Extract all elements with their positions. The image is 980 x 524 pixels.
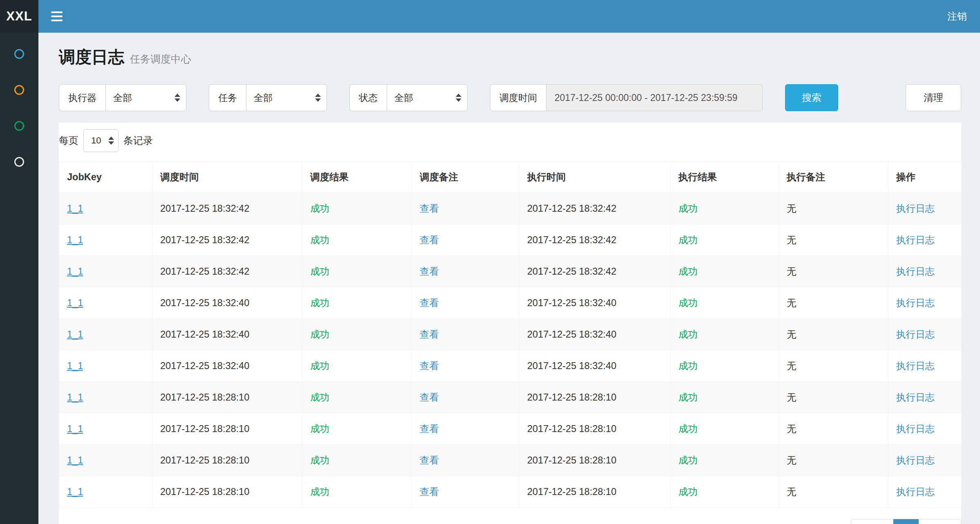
- col-header-jobkey[interactable]: JobKey: [59, 161, 152, 193]
- exec-log-link[interactable]: 执行日志: [896, 392, 935, 403]
- trigger-result-text: 成功: [310, 203, 329, 214]
- jobkey-link[interactable]: 1_1: [67, 266, 83, 277]
- trigger-msg-link[interactable]: 查看: [420, 203, 439, 214]
- trigger-result-text: 成功: [310, 486, 329, 497]
- current-page-button[interactable]: 1: [893, 519, 919, 524]
- exec-log-link[interactable]: 执行日志: [896, 423, 935, 434]
- trigger-msg-link[interactable]: 查看: [420, 298, 439, 308]
- log-table-head: JobKey 调度时间 调度结果 调度备注 执行时间 执行结果 执行备注 操作: [59, 161, 962, 193]
- trigger-msg-link[interactable]: 查看: [420, 361, 439, 371]
- handle-result-text: 成功: [678, 455, 698, 466]
- sidebar-toggle-button[interactable]: [38, 0, 75, 33]
- col-header-trigger-msg[interactable]: 调度备注: [412, 161, 519, 193]
- col-header-action[interactable]: 操作: [888, 161, 962, 193]
- handle-msg-cell: 无: [779, 224, 888, 256]
- exec-log-link[interactable]: 执行日志: [896, 329, 935, 340]
- exec-log-link[interactable]: 执行日志: [896, 486, 935, 497]
- handle-time-cell: 2017-12-25 18:28:10: [519, 382, 671, 413]
- handle-msg-cell: 无: [779, 350, 888, 382]
- select-arrows-icon: [456, 94, 461, 102]
- trigger-msg-link[interactable]: 查看: [420, 486, 439, 497]
- col-header-trigger-time[interactable]: 调度时间: [152, 161, 302, 193]
- handle-msg-cell: 无: [779, 256, 888, 287]
- exec-log-link[interactable]: 执行日志: [896, 266, 935, 277]
- search-button[interactable]: 搜索: [785, 84, 838, 111]
- trigger-msg-link[interactable]: 查看: [420, 329, 439, 340]
- exec-log-link[interactable]: 执行日志: [896, 455, 935, 466]
- jobkey-link[interactable]: 1_1: [67, 329, 83, 340]
- page-size-select[interactable]: 10: [83, 129, 119, 152]
- sidebar-item-4[interactable]: [0, 144, 38, 180]
- main-content: 调度日志 任务调度中心 执行器 全部 任务 全部 状态 全部: [38, 33, 980, 524]
- trigger-time-cell: 2017-12-25 18:32:40: [152, 319, 302, 350]
- handle-result-text: 成功: [678, 423, 698, 434]
- jobkey-link[interactable]: 1_1: [67, 235, 83, 245]
- handle-time-cell: 2017-12-25 18:28:10: [519, 476, 671, 508]
- trigger-time-cell: 2017-12-25 18:32:40: [152, 350, 302, 382]
- col-header-handle-time[interactable]: 执行时间: [519, 161, 671, 193]
- table-row: 1_1 2017-12-25 18:32:40 成功 查看 2017-12-25…: [59, 287, 962, 319]
- pagination: 上页 1 下页: [851, 519, 961, 524]
- exec-log-link[interactable]: 执行日志: [896, 203, 935, 214]
- trigger-result-text: 成功: [310, 423, 329, 434]
- trigger-msg-link[interactable]: 查看: [420, 455, 439, 466]
- logout-link[interactable]: 注销: [934, 0, 980, 33]
- executor-filter-group: 执行器 全部: [59, 84, 186, 111]
- col-header-trigger-result[interactable]: 调度结果: [302, 161, 412, 193]
- col-header-handle-msg[interactable]: 执行备注: [779, 161, 888, 193]
- log-panel: 每页 10 条记录 JobKey 调度时间 调度结果 调度备注 执行时间 执行结…: [59, 123, 961, 524]
- handle-msg-cell: 无: [779, 319, 888, 350]
- handle-time-cell: 2017-12-25 18:32:40: [519, 287, 671, 319]
- table-row: 1_1 2017-12-25 18:32:40 成功 查看 2017-12-25…: [59, 350, 962, 382]
- jobkey-link[interactable]: 1_1: [67, 203, 83, 214]
- handle-result-text: 成功: [678, 486, 698, 497]
- page-size-prefix: 每页: [59, 134, 78, 147]
- clear-button[interactable]: 清理: [906, 84, 961, 111]
- exec-log-link[interactable]: 执行日志: [896, 235, 935, 245]
- jobkey-link[interactable]: 1_1: [67, 486, 83, 497]
- page-size-value: 10: [91, 135, 101, 146]
- top-navbar: XXL 注销: [0, 0, 980, 33]
- trigger-msg-link[interactable]: 查看: [420, 392, 439, 403]
- trigger-time-cell: 2017-12-25 18:28:10: [152, 445, 302, 476]
- handle-msg-cell: 无: [779, 413, 888, 445]
- exec-log-link[interactable]: 执行日志: [896, 361, 935, 371]
- jobkey-link[interactable]: 1_1: [67, 423, 83, 434]
- filter-toolbar: 执行器 全部 任务 全部 状态 全部 调度时间 2017-12-25 00:00…: [59, 84, 961, 111]
- trigger-result-text: 成功: [310, 266, 329, 277]
- executor-filter-label: 执行器: [59, 84, 105, 111]
- executor-select-value: 全部: [113, 92, 132, 104]
- trigger-msg-link[interactable]: 查看: [420, 423, 439, 434]
- status-select[interactable]: 全部: [387, 84, 468, 111]
- job-select[interactable]: 全部: [246, 84, 327, 111]
- table-footer: 第 1 页 ( 总共 1 页， 10 条记录 ) 上页 1 下页: [59, 508, 961, 524]
- col-header-handle-result[interactable]: 执行结果: [671, 161, 779, 193]
- select-arrows-icon: [315, 94, 321, 102]
- exec-log-link[interactable]: 执行日志: [896, 298, 935, 308]
- jobkey-link[interactable]: 1_1: [67, 455, 83, 466]
- trigger-msg-link[interactable]: 查看: [420, 266, 439, 277]
- trigger-time-filter-group: 调度时间 2017-12-25 00:00:00 - 2017-12-25 23…: [490, 84, 763, 111]
- prev-page-button[interactable]: 上页: [851, 519, 893, 524]
- table-row: 1_1 2017-12-25 18:28:10 成功 查看 2017-12-25…: [59, 413, 962, 445]
- trigger-result-text: 成功: [310, 392, 329, 403]
- executor-select[interactable]: 全部: [105, 84, 186, 111]
- trigger-time-cell: 2017-12-25 18:28:10: [152, 382, 302, 413]
- jobkey-link[interactable]: 1_1: [67, 298, 83, 308]
- sidebar-item-3[interactable]: [0, 108, 38, 144]
- next-page-button[interactable]: 下页: [919, 519, 961, 524]
- sidebar-item-1[interactable]: [0, 36, 38, 72]
- hamburger-icon: [51, 11, 63, 21]
- jobkey-link[interactable]: 1_1: [67, 361, 83, 371]
- handle-result-text: 成功: [678, 266, 698, 277]
- jobkey-link[interactable]: 1_1: [67, 392, 83, 403]
- sidebar-item-2[interactable]: [0, 72, 38, 108]
- handle-msg-cell: 无: [779, 193, 888, 224]
- trigger-msg-link[interactable]: 查看: [420, 235, 439, 245]
- table-row: 1_1 2017-12-25 18:32:42 成功 查看 2017-12-25…: [59, 224, 962, 256]
- select-arrows-icon: [108, 137, 114, 145]
- table-row: 1_1 2017-12-25 18:28:10 成功 查看 2017-12-25…: [59, 476, 962, 508]
- handle-result-text: 成功: [678, 298, 698, 308]
- trigger-time-range-input[interactable]: 2017-12-25 00:00:00 - 2017-12-25 23:59:5…: [546, 84, 763, 111]
- app-logo[interactable]: XXL: [0, 0, 38, 33]
